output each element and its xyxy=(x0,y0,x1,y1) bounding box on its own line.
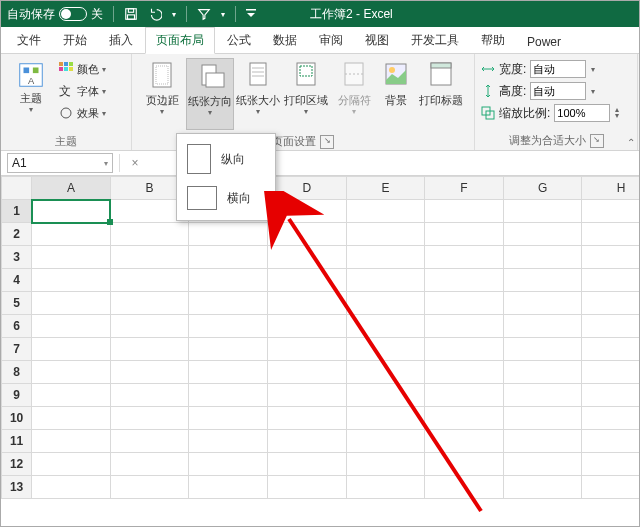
cell-B8[interactable] xyxy=(110,361,189,384)
tab-2[interactable]: 插入 xyxy=(99,28,143,53)
tab-7[interactable]: 视图 xyxy=(355,28,399,53)
cell-G7[interactable] xyxy=(503,338,582,361)
col-header-D[interactable]: D xyxy=(268,177,347,200)
cell-B7[interactable] xyxy=(110,338,189,361)
cell-C4[interactable] xyxy=(189,269,268,292)
breaks-button[interactable]: 分隔符▾ xyxy=(330,58,378,132)
cell-G10[interactable] xyxy=(503,407,582,430)
row-header-4[interactable]: 4 xyxy=(2,269,32,292)
tab-9[interactable]: 帮助 xyxy=(471,28,515,53)
cell-A6[interactable] xyxy=(32,315,111,338)
print-area-button[interactable]: 打印区域▾ xyxy=(282,58,330,132)
cell-A12[interactable] xyxy=(32,453,111,476)
cell-C9[interactable] xyxy=(189,384,268,407)
row-header-5[interactable]: 5 xyxy=(2,292,32,315)
col-header-F[interactable]: F xyxy=(425,177,504,200)
orientation-button[interactable]: 纸张方向▾ xyxy=(186,58,234,130)
row-header-1[interactable]: 1 xyxy=(2,200,32,223)
scale-input[interactable] xyxy=(554,104,610,122)
cell-E3[interactable] xyxy=(346,246,425,269)
cell-E7[interactable] xyxy=(346,338,425,361)
cell-H13[interactable] xyxy=(582,476,640,499)
effects-button[interactable]: 效果▾ xyxy=(59,102,106,124)
cell-D1[interactable] xyxy=(268,200,347,223)
cell-B12[interactable] xyxy=(110,453,189,476)
cell-A5[interactable] xyxy=(32,292,111,315)
cell-D5[interactable] xyxy=(268,292,347,315)
cell-A10[interactable] xyxy=(32,407,111,430)
row-header-10[interactable]: 10 xyxy=(2,407,32,430)
cell-B9[interactable] xyxy=(110,384,189,407)
cell-H12[interactable] xyxy=(582,453,640,476)
cell-E13[interactable] xyxy=(346,476,425,499)
row-header-11[interactable]: 11 xyxy=(2,430,32,453)
cell-E1[interactable] xyxy=(346,200,425,223)
cell-F1[interactable] xyxy=(425,200,504,223)
tab-10[interactable]: Power xyxy=(517,31,571,53)
cell-E11[interactable] xyxy=(346,430,425,453)
collapse-ribbon-icon[interactable]: ⌃ xyxy=(627,137,635,148)
cell-H5[interactable] xyxy=(582,292,640,315)
scale-dialog-launcher[interactable]: ↘ xyxy=(590,134,604,148)
cell-C7[interactable] xyxy=(189,338,268,361)
cell-A1[interactable] xyxy=(32,200,111,223)
colors-button[interactable]: 颜色▾ xyxy=(59,58,106,80)
cell-H2[interactable] xyxy=(582,223,640,246)
row-header-9[interactable]: 9 xyxy=(2,384,32,407)
cell-F11[interactable] xyxy=(425,430,504,453)
cell-F6[interactable] xyxy=(425,315,504,338)
cell-H11[interactable] xyxy=(582,430,640,453)
cell-A13[interactable] xyxy=(32,476,111,499)
cell-A11[interactable] xyxy=(32,430,111,453)
col-header-A[interactable]: A xyxy=(32,177,111,200)
cell-D6[interactable] xyxy=(268,315,347,338)
page-setup-dialog-launcher[interactable]: ↘ xyxy=(320,135,334,149)
col-header-H[interactable]: H xyxy=(582,177,640,200)
cell-B4[interactable] xyxy=(110,269,189,292)
tab-3[interactable]: 页面布局 xyxy=(145,27,215,54)
fonts-button[interactable]: 文 字体▾ xyxy=(59,80,106,102)
cell-F2[interactable] xyxy=(425,223,504,246)
cell-D2[interactable] xyxy=(268,223,347,246)
cell-G3[interactable] xyxy=(503,246,582,269)
cell-D12[interactable] xyxy=(268,453,347,476)
select-all-corner[interactable] xyxy=(2,177,32,200)
tab-5[interactable]: 数据 xyxy=(263,28,307,53)
cell-H7[interactable] xyxy=(582,338,640,361)
cell-G9[interactable] xyxy=(503,384,582,407)
cell-E8[interactable] xyxy=(346,361,425,384)
name-box[interactable]: A1 ▾ xyxy=(7,153,113,173)
undo-icon[interactable] xyxy=(148,7,162,21)
row-header-13[interactable]: 13 xyxy=(2,476,32,499)
cell-C3[interactable] xyxy=(189,246,268,269)
background-button[interactable]: 背景 xyxy=(378,58,414,132)
cell-F9[interactable] xyxy=(425,384,504,407)
cell-B6[interactable] xyxy=(110,315,189,338)
cell-A3[interactable] xyxy=(32,246,111,269)
cell-B10[interactable] xyxy=(110,407,189,430)
tab-8[interactable]: 开发工具 xyxy=(401,28,469,53)
autosave-toggle[interactable] xyxy=(59,7,87,21)
cell-C13[interactable] xyxy=(189,476,268,499)
cell-E5[interactable] xyxy=(346,292,425,315)
cell-B13[interactable] xyxy=(110,476,189,499)
cell-G1[interactable] xyxy=(503,200,582,223)
tab-6[interactable]: 审阅 xyxy=(309,28,353,53)
cell-A8[interactable] xyxy=(32,361,111,384)
cell-D10[interactable] xyxy=(268,407,347,430)
cell-C8[interactable] xyxy=(189,361,268,384)
themes-button[interactable]: A 主题 ▾ xyxy=(7,58,55,132)
undo-caret-icon[interactable]: ▾ xyxy=(172,10,176,19)
cell-A7[interactable] xyxy=(32,338,111,361)
cell-C2[interactable] xyxy=(189,223,268,246)
cell-H6[interactable] xyxy=(582,315,640,338)
tab-4[interactable]: 公式 xyxy=(217,28,261,53)
cell-C5[interactable] xyxy=(189,292,268,315)
cell-D8[interactable] xyxy=(268,361,347,384)
cell-E9[interactable] xyxy=(346,384,425,407)
cell-F7[interactable] xyxy=(425,338,504,361)
cell-G5[interactable] xyxy=(503,292,582,315)
cell-A2[interactable] xyxy=(32,223,111,246)
cell-G4[interactable] xyxy=(503,269,582,292)
cell-E10[interactable] xyxy=(346,407,425,430)
